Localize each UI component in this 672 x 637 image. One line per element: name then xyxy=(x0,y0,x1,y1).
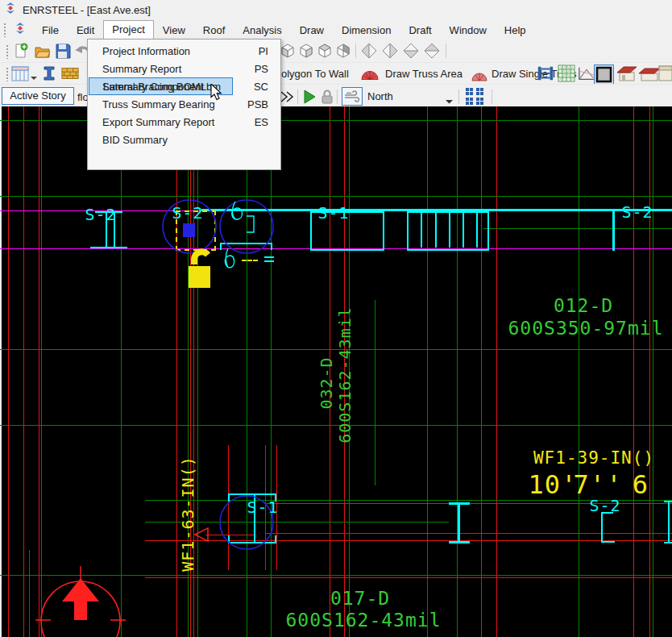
menu-edit[interactable]: Edit xyxy=(68,21,103,40)
member-size-600s350: 600S350-97mil xyxy=(508,318,663,339)
toolbar-separator xyxy=(458,90,459,104)
open-file-button[interactable] xyxy=(33,42,51,60)
drawing-canvas[interactable]: S-2 S-2 S-1 S-2 012-D 600S350-97mil 032-… xyxy=(0,106,672,637)
truss-area-icon xyxy=(361,66,379,84)
beam-end-glyphs xyxy=(225,248,234,268)
grid-label-s2: S-2 xyxy=(85,205,116,224)
deck-mesh-button[interactable] xyxy=(558,65,575,82)
run-analysis-button[interactable] xyxy=(302,88,317,106)
single-truss-icon xyxy=(471,68,488,85)
window-title: ENRSTEEL - [East Ave.est] xyxy=(23,4,151,16)
grid-label-s1-lower: S-1 xyxy=(247,498,278,517)
member-size-600s162: 600S162-43mil xyxy=(335,306,355,443)
north-combobox-value[interactable]: North xyxy=(367,90,393,102)
view-cube-sw-icon[interactable] xyxy=(279,42,297,60)
menu-bar: File Edit Project View Roof Analysis Dra… xyxy=(0,19,672,41)
iso-view-4-icon[interactable] xyxy=(423,42,441,60)
menu-analysis[interactable]: Analysis xyxy=(234,21,290,40)
north-compass-arrow xyxy=(62,578,99,620)
toolbar-grip[interactable] xyxy=(3,23,7,37)
fast-forward-icon[interactable] xyxy=(280,88,294,106)
iso-view-2-icon[interactable] xyxy=(381,42,399,60)
member-label-012d: 012-D xyxy=(554,295,613,316)
toolbar-separator xyxy=(337,90,338,104)
wall-tool-button[interactable] xyxy=(61,65,79,82)
member-label-032d: 032-D xyxy=(317,356,336,409)
house-low-roof-button[interactable] xyxy=(639,65,660,83)
lock-shackle xyxy=(194,252,208,264)
menu-help[interactable]: Help xyxy=(496,21,535,40)
grid-label-s1: S-1 xyxy=(317,203,349,223)
joist-ladder-button[interactable] xyxy=(537,65,554,82)
lock-icon[interactable] xyxy=(320,88,334,106)
app-logo-icon xyxy=(4,2,17,18)
panel-tool-button-active[interactable] xyxy=(594,65,614,85)
beam-end-glyphs xyxy=(232,202,254,232)
iso-view-1-icon[interactable] xyxy=(360,42,378,60)
polygon-to-wall-label[interactable]: olygon To Wall xyxy=(281,68,349,80)
menu-draft[interactable]: Draft xyxy=(400,21,440,40)
menu-item-truss-summary-bearing[interactable]: Truss Summary Bearing PSB xyxy=(88,95,280,113)
house-roof-button[interactable] xyxy=(616,65,637,82)
member-label-017d: 017-D xyxy=(330,588,390,609)
menu-item-project-information[interactable]: Project Information PI xyxy=(88,42,280,60)
grid-label-s2-lower: S-2 xyxy=(589,496,620,515)
project-dropdown-menu: Project Information PI Summary Report PS… xyxy=(87,39,281,170)
menu-roof[interactable]: Roof xyxy=(194,21,234,40)
title-bar: ENRSTEEL - [East Ave.est] xyxy=(0,0,672,19)
cabinet-button[interactable] xyxy=(658,65,672,82)
member-size-600s162-bottom: 600S162-43mil xyxy=(285,610,441,631)
menu-file[interactable]: File xyxy=(33,21,68,40)
grid-table-button[interactable] xyxy=(11,65,29,83)
application-window: ENRSTEEL - [East Ave.est] File Edit Proj… xyxy=(0,0,672,637)
toolbar-grip[interactable] xyxy=(6,67,10,81)
wind-direction-button-active[interactable] xyxy=(342,87,363,106)
toolbar-separator xyxy=(297,90,298,104)
menu-item-summary-component[interactable]: Summary Component SC xyxy=(88,77,280,95)
toolbar-separator xyxy=(446,44,446,58)
menu-window[interactable]: Window xyxy=(441,21,496,40)
grid-label-s2-right: S-2 xyxy=(621,202,653,222)
menu-draw[interactable]: Draw xyxy=(291,21,333,40)
save-button[interactable] xyxy=(54,42,72,60)
dimension-6: 6 xyxy=(633,469,649,500)
dimension-10ft: 10' xyxy=(529,469,578,500)
elevation-chart-button[interactable] xyxy=(578,65,595,82)
view-cube-ne-icon[interactable] xyxy=(334,42,352,60)
toolbar-separator xyxy=(492,90,492,104)
iso-view-3-icon[interactable] xyxy=(402,42,420,60)
active-story-button[interactable]: Active Story xyxy=(2,87,74,105)
wall-label-wf1-63: WF1-63-IN() xyxy=(178,456,197,571)
wall-label-wf1-39: WF1-39-IN() xyxy=(533,448,654,468)
active-story-label: Active Story xyxy=(2,90,73,102)
toolbar-separator xyxy=(355,44,356,58)
menu-item-summary-report[interactable]: Summary Report PS xyxy=(88,60,280,77)
grid-label-s2-selected: S-2 xyxy=(172,203,203,223)
menu-project[interactable]: Project xyxy=(103,20,153,40)
menu-dimension[interactable]: Dimension xyxy=(333,21,400,40)
menu-view[interactable]: View xyxy=(154,21,194,40)
selected-node-square[interactable] xyxy=(183,223,195,237)
lock-open-icon xyxy=(189,266,210,288)
app-logo-icon-small xyxy=(14,22,27,38)
column-tool-button[interactable] xyxy=(40,65,58,82)
toolbar-grip[interactable] xyxy=(6,44,10,59)
mouse-cursor xyxy=(210,84,222,104)
selection-circle xyxy=(220,200,273,253)
draw-truss-area-label[interactable]: Draw Truss Area xyxy=(385,68,463,80)
panel-grid-button[interactable] xyxy=(463,87,487,105)
view-cube-se-icon[interactable] xyxy=(297,42,315,60)
new-document-button[interactable] xyxy=(12,42,30,60)
menu-item-export-summary-report[interactable]: Export Summary Report ES xyxy=(88,113,280,131)
view-cube-nw-icon[interactable] xyxy=(316,42,334,60)
menu-item-bid-summary[interactable]: BID Summary xyxy=(88,131,280,148)
